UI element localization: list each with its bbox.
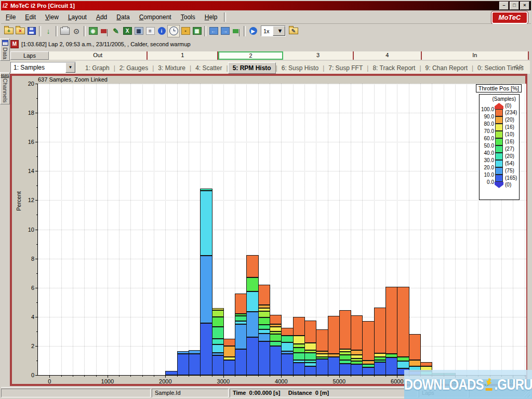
- y-tick: [35, 317, 38, 317]
- x-tick-label: 4000: [275, 378, 287, 384]
- rpm-histogram-component[interactable]: 637 Samples, Zoom Linked ■Engine RPM [rp…: [10, 74, 527, 386]
- legend-count: (0): [505, 182, 511, 188]
- menu-tools[interactable]: Tools: [176, 12, 200, 22]
- menu-add[interactable]: Add: [91, 12, 112, 22]
- legend-header: (Samples): [492, 96, 516, 102]
- histogram-bar-segment: [339, 364, 351, 375]
- histogram-bar-segment: [293, 353, 305, 360]
- minimize-button[interactable]: –: [499, 2, 509, 10]
- x-tick: [293, 375, 294, 377]
- toolbar-separator: [84, 26, 86, 36]
- menu-component[interactable]: Component: [135, 12, 176, 22]
- x-tick-label: 1000: [101, 378, 114, 384]
- toolbar-separator: [56, 26, 58, 36]
- sidebar-tab-data[interactable]: Data: [0, 38, 10, 61]
- menu-layout[interactable]: Layout: [63, 12, 91, 22]
- menu-file[interactable]: File: [1, 12, 20, 22]
- layout-select[interactable]: 1: Samples ▼: [10, 62, 76, 73]
- histogram-bar-segment: [351, 315, 363, 350]
- edit-worksheet-icon[interactable]: ✎: [110, 25, 122, 37]
- info-icon[interactable]: i: [156, 25, 167, 37]
- x-tick: [304, 375, 305, 377]
- lap-segment-in[interactable]: In: [422, 51, 529, 60]
- gauge-display-icon[interactable]: ◉: [87, 25, 99, 37]
- lap-segment-3[interactable]: 3: [283, 51, 354, 60]
- time-cursor-icon[interactable]: [167, 25, 180, 37]
- legend-swatch: [495, 153, 503, 160]
- x-tick: [397, 375, 397, 378]
- tab-8-track-report[interactable]: 8: Track Report: [368, 63, 419, 73]
- legend-swatch: [495, 116, 503, 124]
- x-tick: [339, 375, 340, 378]
- plot-area[interactable]: 0246810121416182001000200030004000500060…: [37, 84, 526, 376]
- menu-view[interactable]: View: [41, 12, 63, 22]
- lap-segment-1[interactable]: 1: [148, 51, 218, 60]
- histogram-bar-segment: [351, 350, 363, 355]
- next-lap-icon[interactable]: →: [219, 25, 231, 37]
- histogram-bar-segment: [281, 328, 294, 336]
- print-preview-icon[interactable]: ⊙: [71, 25, 82, 37]
- histogram-bar-segment: [374, 357, 386, 360]
- y-tick: [36, 302, 38, 303]
- zoom-select[interactable]: 1x▼: [261, 25, 286, 36]
- histogram-bar-segment: [409, 334, 421, 360]
- tab-9-chan-report[interactable]: 9: Chan Report: [421, 63, 472, 73]
- close-file-icon[interactable]: ×: [15, 25, 26, 37]
- red-flag-icon[interactable]: [99, 25, 110, 37]
- close-button[interactable]: ×: [520, 2, 529, 10]
- lap-segment-out[interactable]: Out: [49, 51, 148, 60]
- app-icon: i2: [3, 2, 8, 9]
- histogram-bar-segment: [328, 357, 340, 375]
- worksheet-properties-icon[interactable]: ✎: [288, 25, 299, 37]
- histogram-bar-segment: [304, 363, 316, 366]
- x-tick: [177, 375, 178, 377]
- tab-nav-right-icon[interactable]: ▷: [520, 63, 526, 69]
- gridline: [38, 259, 526, 259]
- laps-bar-label[interactable]: Laps: [10, 51, 49, 60]
- overlay-icon[interactable]: ▪: [180, 25, 191, 37]
- legend-arrow-down-icon: [495, 182, 503, 188]
- toolbar-separator: [204, 26, 206, 36]
- export-icon[interactable]: ↓: [43, 25, 54, 37]
- excel-export-icon[interactable]: X: [122, 25, 133, 37]
- y-tick: [36, 185, 38, 186]
- tab-1-graph[interactable]: 1: Graph: [81, 63, 114, 73]
- histogram-bar-segment: [270, 341, 282, 346]
- legend-count: (20): [505, 117, 514, 123]
- grid-display-icon[interactable]: ▦: [191, 25, 203, 37]
- histogram-bar-segment: [200, 323, 212, 375]
- tab-7-susp-fft[interactable]: 7: Susp FFT: [324, 63, 367, 73]
- tab-nav-arrows[interactable]: ◁▷: [514, 63, 526, 69]
- gridline: [38, 230, 526, 230]
- x-tick: [212, 375, 212, 377]
- histogram-bar-segment: [200, 189, 212, 191]
- maximize-button[interactable]: □: [510, 2, 519, 10]
- tab-5-rpm-histo[interactable]: 5: RPM Histo: [228, 62, 276, 74]
- chevron-down-icon[interactable]: ▼: [273, 26, 285, 36]
- prev-lap-icon[interactable]: ←: [208, 25, 219, 37]
- save-icon[interactable]: [26, 25, 37, 37]
- calculator-icon[interactable]: ▦: [133, 25, 144, 37]
- tab-2-gauges[interactable]: 2: Gauges: [115, 63, 152, 73]
- lap-segment-4[interactable]: 4: [354, 51, 422, 60]
- menu-data[interactable]: Data: [112, 12, 134, 22]
- x-tick: [223, 375, 224, 378]
- menu-edit[interactable]: Edit: [20, 12, 41, 22]
- histogram-bar-segment: [223, 360, 235, 375]
- histogram-bar-segment: [235, 324, 247, 349]
- tab-6-susp-histo[interactable]: 6: Susp Histo: [277, 63, 323, 73]
- tab-nav-left-icon[interactable]: ◁: [514, 63, 520, 69]
- open-file-icon[interactable]: +: [3, 25, 15, 37]
- green-flag-icon[interactable]: [231, 25, 242, 37]
- print-icon[interactable]: [59, 25, 71, 37]
- tab-3-mixture[interactable]: 3: Mixture: [154, 63, 190, 73]
- lap-segment-2[interactable]: 2: [218, 51, 283, 60]
- legend-swatch: [495, 131, 503, 138]
- sidebar-tab-channels[interactable]: 0101Channels: [0, 72, 10, 104]
- play-icon[interactable]: ▶: [247, 25, 259, 37]
- report-icon[interactable]: ≡: [144, 25, 156, 37]
- tab-4-scatter[interactable]: 4: Scatter: [191, 63, 226, 73]
- histogram-bar-segment: [385, 357, 397, 375]
- chevron-down-icon[interactable]: ▼: [65, 62, 75, 73]
- menu-help[interactable]: Help: [200, 12, 222, 22]
